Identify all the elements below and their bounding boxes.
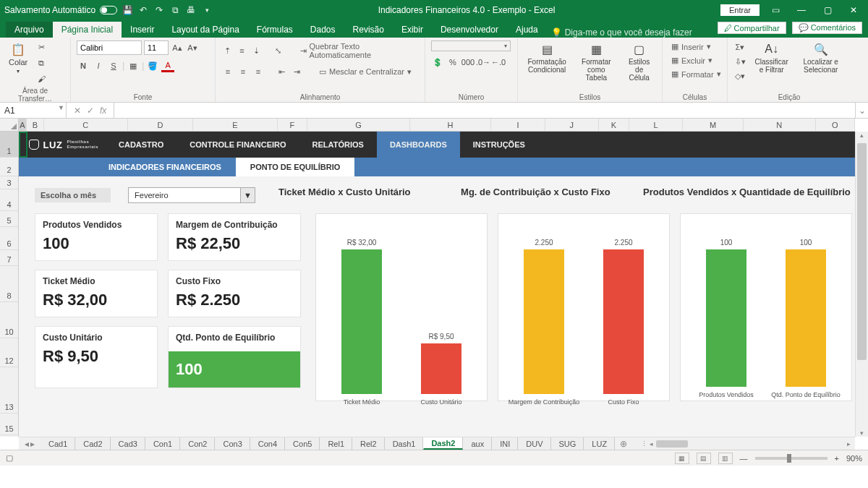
column-header[interactable]: I bbox=[491, 119, 545, 131]
chevron-down-icon[interactable]: ▼ bbox=[58, 104, 64, 111]
sheet-tab[interactable]: Con4 bbox=[250, 437, 285, 450]
zoom-in-icon[interactable]: + bbox=[835, 454, 839, 463]
ribbon-tab[interactable]: Revisão bbox=[344, 22, 393, 38]
decrease-font-icon[interactable]: A▾ bbox=[186, 41, 199, 54]
close-icon[interactable]: ✕ bbox=[843, 3, 864, 17]
align-right-icon[interactable]: ≡ bbox=[252, 65, 265, 78]
minimize-icon[interactable]: — bbox=[791, 3, 812, 17]
tell-me-search[interactable]: 💡 Diga-me o que você deseja fazer bbox=[551, 27, 692, 38]
row-header[interactable]: 6 bbox=[0, 227, 18, 250]
fill-icon[interactable]: ⇩▾ bbox=[733, 55, 746, 68]
maximize-icon[interactable]: ▢ bbox=[817, 3, 838, 17]
column-header[interactable]: N bbox=[744, 119, 816, 131]
dashboard-nav-item[interactable]: CADASTRO bbox=[106, 132, 176, 158]
row-header[interactable]: 13 bbox=[0, 367, 18, 414]
column-header[interactable]: O bbox=[816, 119, 855, 131]
font-name-input[interactable] bbox=[77, 40, 142, 55]
sort-filter-button[interactable]: A↓Classificar e Filtrar bbox=[751, 40, 792, 75]
decrease-decimal-icon[interactable]: ←.0 bbox=[492, 56, 505, 69]
macro-record-icon[interactable]: ▢ bbox=[6, 453, 13, 463]
delete-cells-button[interactable]: ▦ Excluir ▾ bbox=[668, 54, 715, 67]
increase-font-icon[interactable]: A▴ bbox=[171, 41, 184, 54]
dashboard-nav-item[interactable]: INSTRUÇÕES bbox=[460, 132, 538, 158]
save-icon[interactable]: 💾 bbox=[122, 4, 133, 16]
enter-formula-icon[interactable]: ✓ bbox=[87, 106, 94, 116]
bold-icon[interactable]: N bbox=[77, 59, 90, 72]
format-painter-icon[interactable]: 🖌 bbox=[35, 72, 48, 85]
format-cells-button[interactable]: ▦ Formatar ▾ bbox=[668, 68, 724, 80]
font-size-input[interactable] bbox=[144, 40, 169, 55]
increase-decimal-icon[interactable]: .0→ bbox=[477, 56, 490, 69]
currency-icon[interactable]: 💲 bbox=[431, 56, 444, 69]
sheet-tab[interactable]: Rel2 bbox=[352, 437, 385, 450]
page-break-view-icon[interactable]: ▥ bbox=[718, 453, 733, 464]
sheet-tab[interactable]: DUV bbox=[518, 437, 550, 450]
orientation-icon[interactable]: ⤡ bbox=[272, 44, 284, 57]
underline-icon[interactable]: S bbox=[107, 59, 120, 72]
cell-styles-button[interactable]: ▢Estilos de Célula bbox=[622, 40, 656, 83]
align-left-icon[interactable]: ≡ bbox=[221, 65, 234, 78]
undo-icon[interactable]: ↶ bbox=[137, 4, 149, 16]
zoom-slider[interactable] bbox=[755, 457, 827, 460]
ribbon-display-icon[interactable]: ▭ bbox=[765, 3, 786, 17]
ribbon-tab[interactable]: Fórmulas bbox=[248, 22, 302, 38]
row-header[interactable]: 2 bbox=[0, 158, 18, 176]
number-format-select[interactable]: ▾ bbox=[431, 40, 511, 51]
ribbon-tab[interactable]: Inserir bbox=[122, 22, 163, 38]
formula-input[interactable] bbox=[114, 103, 855, 118]
font-color-icon[interactable]: A bbox=[161, 59, 174, 72]
merge-center-button[interactable]: ▭ Mesclar e Centralizar ▾ bbox=[316, 66, 414, 78]
add-sheet-button[interactable]: ⊕ bbox=[615, 437, 632, 450]
sheet-tab[interactable]: Con2 bbox=[180, 437, 215, 450]
column-header[interactable]: G bbox=[307, 119, 409, 131]
column-header[interactable]: D bbox=[128, 119, 194, 131]
hscroll-thumb[interactable] bbox=[656, 440, 688, 448]
ribbon-tab[interactable]: Dados bbox=[302, 22, 344, 38]
redo-icon[interactable]: ↷ bbox=[153, 4, 165, 16]
comments-button[interactable]: 💬 Comentários bbox=[792, 22, 862, 34]
column-header[interactable]: E bbox=[193, 119, 277, 131]
clear-icon[interactable]: ◇▾ bbox=[733, 69, 746, 82]
column-header[interactable]: M bbox=[683, 119, 743, 131]
find-select-button[interactable]: 🔍Localizar e Selecionar bbox=[796, 40, 845, 75]
column-header[interactable]: A bbox=[19, 119, 27, 131]
vertical-scrollbar[interactable]: ▴ ▾ bbox=[855, 132, 868, 437]
column-headers[interactable]: ABCDEFGHIJKLMNO bbox=[19, 119, 855, 132]
column-header[interactable]: K bbox=[599, 119, 629, 131]
sheet-tab[interactable]: LUZ bbox=[584, 437, 615, 450]
column-header[interactable]: H bbox=[410, 119, 491, 131]
column-header[interactable]: J bbox=[545, 119, 599, 131]
autosum-icon[interactable]: Σ▾ bbox=[733, 40, 746, 53]
align-middle-icon[interactable]: ≡ bbox=[236, 44, 248, 57]
sheet-tab[interactable]: aux bbox=[463, 437, 492, 450]
dashboard-nav-item[interactable]: CONTROLE FINANCEIRO bbox=[176, 132, 299, 158]
ribbon-tab[interactable]: Página Inicial bbox=[53, 22, 122, 38]
format-as-table-button[interactable]: ▦Formatar como Tabela bbox=[574, 40, 618, 83]
row-header[interactable]: 3 bbox=[0, 176, 18, 189]
share-button[interactable]: 🖊 Compartilhar bbox=[718, 22, 786, 34]
sheet-tab[interactable]: Cad2 bbox=[75, 437, 110, 450]
sheet-nav-next-icon[interactable]: ▸ bbox=[30, 439, 35, 449]
sheet-tab[interactable]: Cad3 bbox=[111, 437, 145, 450]
border-icon[interactable]: ▦ bbox=[127, 59, 140, 72]
sheet-tab[interactable]: Con3 bbox=[215, 437, 250, 450]
sheet-tab[interactable]: Dash2 bbox=[423, 437, 463, 450]
insert-cells-button[interactable]: ▦ Inserir ▾ bbox=[668, 40, 714, 53]
row-header[interactable]: 4 bbox=[0, 189, 18, 211]
percent-icon[interactable]: % bbox=[446, 56, 459, 69]
row-header[interactable]: 7 bbox=[0, 250, 18, 266]
dashboard-subnav-item[interactable]: PONTO DE EQUILÍBRIO bbox=[236, 158, 354, 176]
print-preview-icon[interactable]: 🖶 bbox=[185, 4, 197, 16]
row-header[interactable]: 15 bbox=[0, 414, 18, 435]
expand-formula-bar-icon[interactable]: ⌄ bbox=[855, 103, 868, 118]
dashboard-nav-item[interactable]: RELATÓRIOS bbox=[299, 132, 377, 158]
fx-icon[interactable]: fx bbox=[100, 106, 106, 116]
column-header[interactable]: L bbox=[629, 119, 683, 131]
align-center-icon[interactable]: ≡ bbox=[237, 65, 250, 78]
name-box[interactable]: A1 ▼ bbox=[0, 103, 67, 118]
wrap-text-button[interactable]: ⇥ Quebrar Texto Automaticamente bbox=[297, 40, 419, 61]
scroll-thumb[interactable] bbox=[857, 143, 867, 360]
ribbon-tab[interactable]: Ajuda bbox=[507, 22, 547, 38]
row-header[interactable]: 5 bbox=[0, 211, 18, 227]
fill-color-icon[interactable]: 🪣 bbox=[146, 59, 159, 72]
